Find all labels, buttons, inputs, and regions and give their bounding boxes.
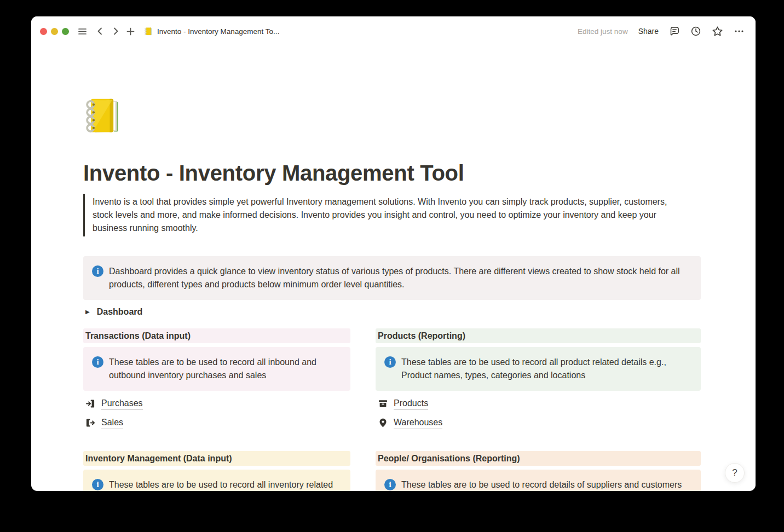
- page-link-label: Sales: [101, 417, 123, 429]
- info-icon: i: [92, 479, 103, 490]
- section-callout-text: These tables are to be used to record al…: [109, 356, 342, 382]
- close-window-button[interactable]: [40, 28, 47, 35]
- help-button[interactable]: ?: [725, 463, 745, 483]
- titlebar-actions: Edited just now Share: [578, 26, 745, 37]
- archive-box-icon: [378, 398, 388, 409]
- window-page-title: Invento - Inventory Management To...: [157, 27, 279, 36]
- dashboard-info-text: Dashboard provides a quick glance to vie…: [109, 265, 692, 291]
- forward-icon[interactable]: [111, 26, 120, 36]
- right-column: Products (Reporting) i These tables are …: [376, 328, 701, 491]
- section-callout: i These tables are to be used to record …: [83, 470, 350, 491]
- page-link-label: Purchases: [101, 397, 143, 410]
- minimize-window-button[interactable]: [51, 28, 58, 35]
- comments-icon[interactable]: [669, 26, 680, 37]
- section-transactions: Transactions (Data input) i These tables…: [83, 328, 350, 430]
- titlebar: Invento - Inventory Management To... Edi…: [31, 16, 756, 46]
- page-link-label: Products: [394, 397, 428, 410]
- section-callout: i These tables are to be used to record …: [83, 347, 350, 391]
- section-callout: i These tables are to be used to record …: [376, 470, 701, 491]
- favorite-star-icon[interactable]: [712, 26, 723, 37]
- page-content: Invento - Inventory Management Tool Inve…: [31, 95, 756, 491]
- page-emoji-icon: [144, 27, 153, 36]
- zoom-window-button[interactable]: [62, 28, 69, 35]
- page-icon-ledger-emoji[interactable]: [83, 95, 125, 137]
- page-link-purchases[interactable]: Purchases: [85, 396, 143, 411]
- dashboard-toggle-label: Dashboard: [97, 307, 143, 317]
- toggle-collapsed-triangle-icon[interactable]: ▶: [85, 309, 90, 315]
- section-callout-text: These tables are to be used to record al…: [109, 478, 342, 491]
- dashboard-toggle[interactable]: ▶ Dashboard: [83, 305, 145, 319]
- door-exit-icon: [85, 418, 96, 428]
- page-link-sales[interactable]: Sales: [85, 415, 123, 430]
- section-heading: Products (Reporting): [376, 328, 701, 343]
- page-link-label: Warehouses: [394, 417, 442, 429]
- new-page-icon[interactable]: [126, 27, 135, 36]
- section-products: Products (Reporting) i These tables are …: [376, 328, 701, 430]
- notion-window: Invento - Inventory Management To... Edi…: [31, 16, 756, 491]
- page-title: Invento - Inventory Management Tool: [83, 159, 701, 187]
- sidebar-menu-icon[interactable]: [77, 26, 88, 37]
- traffic-lights: [40, 28, 69, 35]
- section-heading: People/ Organisations (Reporting): [376, 451, 701, 466]
- page-link-warehouses[interactable]: Warehouses: [378, 415, 442, 430]
- section-callout: i These tables are to be used to record …: [376, 347, 701, 391]
- section-heading: Transactions (Data input): [83, 328, 350, 343]
- updates-clock-icon[interactable]: [690, 26, 701, 37]
- info-icon: i: [384, 356, 396, 368]
- back-icon[interactable]: [95, 26, 105, 36]
- door-enter-icon: [85, 398, 96, 409]
- more-options-icon[interactable]: [734, 26, 745, 37]
- two-column-layout: Transactions (Data input) i These tables…: [83, 328, 701, 491]
- info-icon: i: [92, 265, 103, 277]
- section-callout-text: These tables are to be used to record de…: [401, 478, 682, 491]
- info-icon: i: [92, 356, 103, 368]
- breadcrumb[interactable]: Invento - Inventory Management To...: [144, 27, 279, 36]
- edited-status: Edited just now: [578, 27, 628, 36]
- location-pin-icon: [378, 418, 388, 428]
- section-people-organisations: People/ Organisations (Reporting) i Thes…: [376, 451, 701, 491]
- dashboard-info-callout: i Dashboard provides a quick glance to v…: [83, 256, 701, 300]
- section-callout-text: These tables are to be used to record al…: [401, 356, 692, 382]
- section-inventory-management: Inventory Management (Data input) i Thes…: [83, 451, 350, 491]
- page-link-products[interactable]: Products: [378, 396, 428, 411]
- left-column: Transactions (Data input) i These tables…: [83, 328, 350, 491]
- info-icon: i: [384, 479, 396, 490]
- share-button[interactable]: Share: [638, 27, 659, 36]
- intro-quote-block: Invento is a tool that provides simple y…: [83, 194, 685, 236]
- section-heading: Inventory Management (Data input): [83, 451, 350, 466]
